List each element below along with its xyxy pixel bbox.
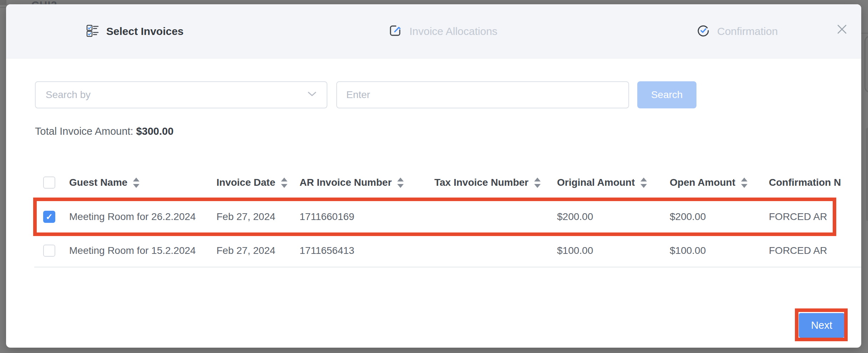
cell-open-amount: $200.00: [670, 211, 706, 222]
step-confirmation[interactable]: Confirmation: [696, 4, 778, 58]
circle-check-icon: [696, 24, 710, 39]
column-label: Open Amount: [670, 177, 735, 188]
total-value: $300.00: [136, 126, 174, 137]
close-icon[interactable]: [835, 22, 849, 36]
sort-icon[interactable]: [281, 178, 287, 188]
step-label: Select Invoices: [106, 25, 184, 37]
total-label: Total Invoice Amount:: [35, 126, 133, 137]
row-checkbox-checked[interactable]: [43, 211, 55, 223]
select-all-checkbox[interactable]: [43, 176, 55, 189]
column-header-open-amount[interactable]: Open Amount: [670, 177, 747, 188]
cell-confirmation: FORCED AR: [769, 245, 827, 256]
cell-original-amount: $100.00: [557, 245, 593, 256]
next-button[interactable]: Next: [799, 313, 844, 338]
step-select-invoices[interactable]: Select Invoices: [86, 4, 184, 58]
column-label: Guest Name: [69, 177, 127, 188]
column-label: Tax Invoice Number: [434, 177, 529, 188]
cell-original-amount: $200.00: [557, 211, 593, 222]
column-header-guest-name[interactable]: Guest Name: [69, 177, 139, 188]
step-label: Confirmation: [717, 25, 778, 37]
background-card-edge: [861, 33, 868, 34]
column-header-invoice-date[interactable]: Invoice Date: [216, 177, 287, 188]
column-label: Original Amount: [557, 177, 635, 188]
background-scrollbar-fragment: [866, 128, 868, 221]
cell-open-amount: $100.00: [670, 245, 706, 256]
column-header-confirmation-number[interactable]: Confirmation N: [769, 177, 861, 188]
background-card-corner: [864, 36, 868, 93]
sort-icon[interactable]: [640, 178, 647, 188]
sort-icon[interactable]: [534, 178, 541, 188]
sort-icon[interactable]: [133, 178, 139, 188]
cell-ar-invoice-number: 1711660169: [300, 211, 354, 222]
search-term-input[interactable]: [336, 81, 629, 108]
sort-icon[interactable]: [397, 178, 404, 188]
edit-square-icon: [389, 24, 402, 39]
cell-invoice-date: Feb 27, 2024: [216, 245, 275, 256]
cell-invoice-date: Feb 27, 2024: [216, 211, 275, 222]
search-by-select[interactable]: Search by: [35, 81, 327, 108]
chevron-down-icon: [307, 91, 317, 98]
cell-confirmation: FORCED AR: [769, 211, 827, 222]
cell-guest-name: Meeting Room for 15.2.2024: [69, 245, 196, 256]
total-invoice-amount: Total Invoice Amount: $300.00: [35, 126, 174, 137]
step-invoice-allocations[interactable]: Invoice Allocations: [389, 4, 497, 58]
row-checkbox[interactable]: [43, 245, 55, 257]
search-by-placeholder: Search by: [46, 89, 91, 101]
column-header-original-amount[interactable]: Original Amount: [557, 177, 647, 188]
column-label: Invoice Date: [216, 177, 275, 188]
background-sidebar-fragment: [0, 0, 6, 5]
invoice-list-icon: [86, 24, 99, 39]
background-topbar-edge: [0, 7, 6, 8]
column-header-tax-invoice-number[interactable]: Tax Invoice Number: [434, 177, 541, 188]
stepper-header: Select Invoices Invoice Allocations: [6, 4, 861, 58]
cell-ar-invoice-number: 1711656413: [300, 245, 354, 256]
column-header-ar-invoice-number[interactable]: AR Invoice Number: [300, 177, 404, 188]
sort-icon[interactable]: [741, 178, 747, 188]
screen: CHI2 Select Inv: [0, 0, 868, 353]
select-invoices-modal: Select Invoices Invoice Allocations: [6, 4, 861, 348]
search-button[interactable]: Search: [637, 81, 696, 108]
column-label: AR Invoice Number: [300, 177, 392, 188]
column-label: Confirmation N: [769, 177, 841, 188]
step-label: Invoice Allocations: [409, 25, 497, 37]
row-divider: [34, 267, 861, 267]
cell-guest-name: Meeting Room for 26.2.2024: [69, 211, 196, 222]
